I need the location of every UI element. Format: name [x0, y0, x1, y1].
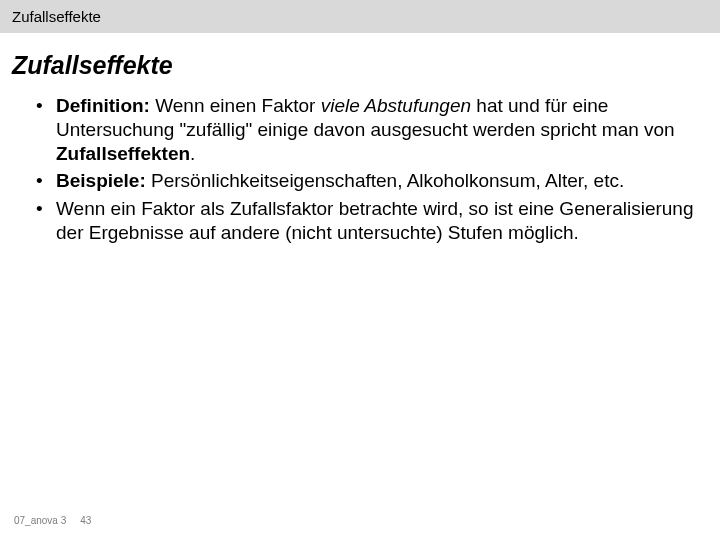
page-title: Zufallseffekte [0, 33, 720, 94]
footer-page: 43 [80, 515, 91, 526]
header-title: Zufallseffekte [12, 8, 101, 25]
bullet-generalization: Wenn ein Faktor als Zufallsfaktor betrac… [40, 197, 700, 245]
bullet-label: Beispiele: [56, 170, 146, 191]
footer-filename: 07_anova 3 [14, 515, 66, 526]
bullet-text: . [190, 143, 195, 164]
slide: Zufallseffekte Zufallseffekte Definition… [0, 0, 720, 540]
bullet-definition: Definition: Wenn einen Faktor viele Abst… [40, 94, 700, 165]
footer: 07_anova 343 [14, 515, 91, 526]
bullet-label: Definition: [56, 95, 150, 116]
bullet-text: Persönlichkeitseigenschaften, Alkoholkon… [146, 170, 624, 191]
bullet-em: viele Abstufungen [321, 95, 471, 116]
bullet-strong: Zufallseffekten [56, 143, 190, 164]
bullet-examples: Beispiele: Persönlichkeitseigenschaften,… [40, 169, 700, 193]
header-bar: Zufallseffekte [0, 0, 720, 33]
bullet-text: Wenn einen Faktor [150, 95, 321, 116]
bullet-text: Wenn ein Faktor als Zufallsfaktor betrac… [56, 198, 694, 243]
content: Definition: Wenn einen Faktor viele Abst… [0, 94, 720, 245]
